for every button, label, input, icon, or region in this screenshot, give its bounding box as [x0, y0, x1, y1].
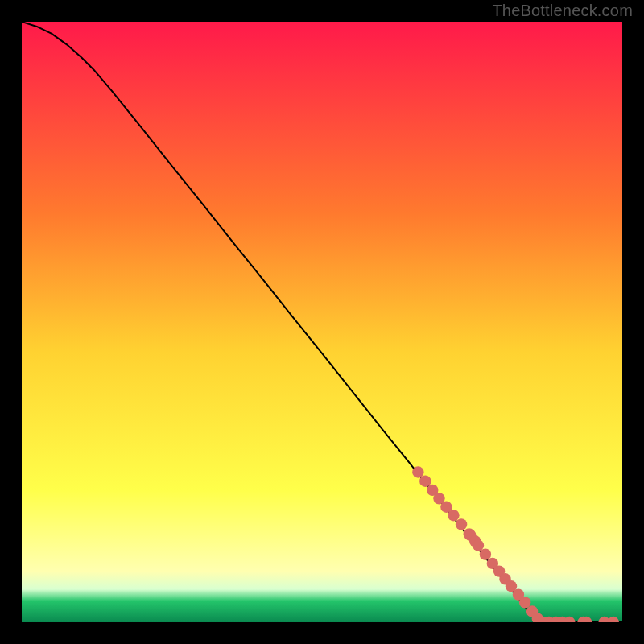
watermark-text: TheBottleneck.com	[492, 2, 633, 20]
curve-line	[22, 22, 622, 622]
marker-dot	[456, 518, 467, 530]
marker-dot	[473, 539, 484, 551]
marker-dot	[519, 597, 530, 608]
marker-dot	[608, 617, 619, 622]
marker-dot	[564, 617, 575, 622]
marker-dot	[480, 549, 491, 560]
marker-dot	[448, 510, 459, 521]
marker-dot	[419, 475, 431, 486]
chart-lines	[22, 22, 622, 622]
plot-area	[22, 22, 622, 622]
marker-group	[412, 466, 619, 622]
marker-dot	[412, 466, 423, 477]
chart-canvas: TheBottleneck.com	[0, 0, 644, 644]
